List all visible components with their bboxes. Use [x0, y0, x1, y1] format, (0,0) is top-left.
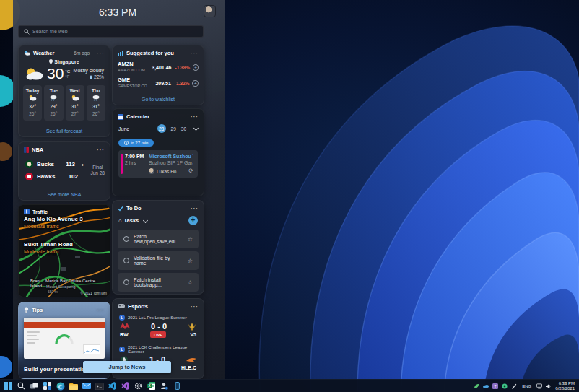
hawks-logo-icon [25, 173, 33, 180]
gamepad-icon [118, 304, 125, 309]
weather-condition: Mostly cloudy [74, 67, 104, 74]
task-star-icon[interactable]: ☆ [188, 236, 193, 243]
stocks-widget[interactable]: Suggested for you ··· AMZN AMAZON.COM...… [112, 45, 204, 105]
todo-menu-button[interactable]: ··· [191, 205, 199, 212]
todo-list-name[interactable]: Tasks [124, 217, 139, 224]
edge-icon[interactable] [56, 381, 65, 391]
tray-leaf-icon[interactable] [474, 383, 479, 389]
esports-menu-button[interactable]: ··· [191, 303, 199, 310]
winner-marker-icon: ◄ [80, 162, 84, 167]
web-search-bar[interactable] [18, 25, 204, 38]
add-to-watchlist-icon[interactable]: + [192, 80, 199, 87]
task-checkbox[interactable] [123, 236, 129, 242]
team-v5-logo-icon [188, 323, 196, 331]
task-item[interactable]: Patch install bootstrapp... ☆ [118, 273, 199, 292]
team-score: 113 [66, 161, 75, 167]
forecast-day[interactable]: Today 32°26° [23, 85, 42, 121]
weather-forecast: Today 32°26° Tue 29°26° Wed 31°27° Thu [19, 82, 110, 121]
forecast-day[interactable]: Tue 29°26° [44, 85, 63, 121]
task-item[interactable]: Validation file by name ☆ [118, 251, 199, 270]
calendar-day[interactable]: 29 [171, 126, 176, 131]
home-icon: ⌂ [118, 217, 122, 224]
task-checkbox[interactable] [123, 279, 129, 285]
excel-icon[interactable]: X [147, 381, 156, 391]
stock-name: GAMESTOP CO... [118, 83, 155, 89]
vscode-icon[interactable] [108, 381, 117, 391]
remote-user-icon[interactable] [160, 381, 169, 391]
file-explorer-icon[interactable] [69, 381, 78, 391]
task-view-button[interactable] [30, 381, 39, 391]
calendar-day[interactable]: 30 [181, 126, 186, 131]
team-name: Bucks [37, 161, 54, 167]
event-duration: 2 hrs [125, 160, 144, 166]
weather-unit: °C [65, 69, 70, 74]
weather-forecast-link[interactable]: See full forecast [19, 129, 110, 134]
desktop: 6:33 PM Weather 6m ago ··· Singapore 30 … [0, 0, 579, 392]
esports-title: Esports [128, 303, 148, 310]
todo-widget[interactable]: To Do ··· ⌂ Tasks + Patch new,open,save,… [112, 200, 204, 295]
terminal-icon[interactable] [95, 381, 104, 391]
calendar-icon [118, 114, 123, 120]
todo-title: To Do [126, 205, 142, 212]
taskbar-clock[interactable]: 6:33 PM 6/28/2021 [555, 381, 575, 391]
task-item[interactable]: Patch new,open,save,edi... ☆ [118, 230, 199, 248]
sync-icon[interactable]: ⟳ [188, 168, 193, 174]
phone-link-icon[interactable] [173, 381, 182, 391]
task-label: Patch new,open,save,edi... [134, 234, 183, 244]
weather-temperature: 30 [47, 66, 64, 82]
weather-unit-alt: °F [65, 74, 70, 79]
nba-menu-button[interactable]: ··· [97, 147, 105, 153]
taskbar-search-button[interactable] [17, 381, 26, 391]
calendar-menu-button[interactable]: ··· [191, 113, 199, 120]
settings-gear-icon[interactable] [134, 381, 143, 391]
chevron-down-icon[interactable] [193, 125, 199, 130]
tray-teams-icon[interactable]: T [492, 383, 498, 389]
stock-row[interactable]: AMZN AMAZON.COM... 3,401.46 -1.38% + [113, 58, 204, 74]
stock-price: 209.51 [155, 81, 170, 86]
volume-icon[interactable] [546, 383, 552, 389]
tray-pen-icon[interactable] [511, 383, 517, 389]
widgets-button[interactable] [43, 381, 52, 391]
forecast-day[interactable]: Wed 31°27° [66, 85, 84, 121]
tips-menu-button[interactable]: ··· [97, 307, 105, 313]
calendar-day-selected[interactable]: 28 [157, 124, 166, 133]
stocks-menu-button[interactable]: ··· [191, 50, 199, 56]
watchlist-link[interactable]: Go to watchlist [113, 97, 204, 102]
chevron-down-icon[interactable] [143, 217, 148, 222]
search-input[interactable] [32, 29, 198, 34]
weather-title: Weather [33, 50, 54, 56]
calendar-event[interactable]: 7:00 PM Microsoft Suzhou Toa... 2 hrs Su… [118, 150, 198, 178]
tray-chat-icon[interactable] [502, 383, 508, 389]
nba-widget[interactable]: NBA ··· Bucks 113 ◄ Hawks 102 FinalJun 2… [18, 141, 110, 201]
taskbar-date: 6/28/2021 [555, 386, 575, 391]
jump-to-news-button[interactable]: Jump to News [83, 361, 171, 373]
esports-match[interactable]: L 2021 LoL Pro League Summer 0 - 0 RW LI… [113, 312, 204, 340]
forecast-day[interactable]: Thu 31°26° [87, 85, 105, 121]
stock-change: -1.32% [175, 81, 190, 86]
weather-widget[interactable]: Weather 6m ago ··· Singapore 30 °C°F Mos… [18, 45, 110, 137]
stock-change: -1.38% [175, 65, 190, 70]
network-icon[interactable] [536, 383, 542, 389]
weather-menu-button[interactable]: ··· [97, 50, 105, 56]
profile-avatar[interactable] [204, 5, 216, 17]
language-indicator[interactable]: ENG [521, 384, 533, 388]
calendar-reminder-chip[interactable]: in 27 min [118, 139, 154, 147]
traffic-icon [24, 209, 30, 214]
visual-studio-icon[interactable] [121, 381, 130, 391]
tray-onedrive-icon[interactable] [483, 383, 489, 389]
nba-game-status: FinalJun 28 [90, 165, 105, 176]
start-button[interactable] [4, 381, 13, 391]
nba-see-more-link[interactable]: See more NBA [19, 192, 110, 197]
weather-precipitation: 22% [94, 74, 104, 80]
add-to-watchlist-icon[interactable]: + [193, 64, 199, 71]
calendar-widget[interactable]: Calendar ··· June 28 29 30 in 27 min 7:0… [112, 108, 204, 196]
task-star-icon[interactable]: ☆ [188, 279, 193, 286]
stock-row[interactable]: GME GAMESTOP CO... 209.51 -1.32% + [113, 74, 204, 90]
mail-icon[interactable] [82, 381, 91, 391]
add-task-button[interactable]: + [188, 216, 198, 225]
task-checkbox[interactable] [123, 258, 129, 263]
stock-name: AMAZON.COM... [118, 67, 152, 73]
event-title: Microsoft Suzhou Toa... [149, 153, 193, 160]
traffic-widget[interactable]: Traffic Ang Mo Kio Avenue 3 Moderate tra… [18, 204, 110, 297]
task-star-icon[interactable]: ☆ [188, 258, 193, 264]
